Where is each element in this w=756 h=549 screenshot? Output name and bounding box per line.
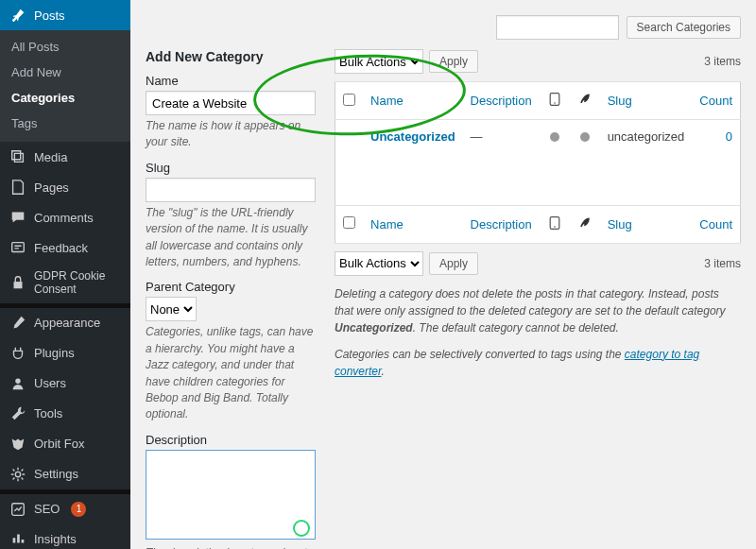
col-desc-foot[interactable]: Description [471, 217, 532, 232]
sidebar-posts-label: Posts [34, 9, 65, 23]
row-name-link[interactable]: Uncategorized [370, 129, 455, 144]
gear-icon [9, 466, 26, 483]
seo-icon [9, 501, 26, 518]
sidebar-item-comments[interactable]: Comments [0, 202, 130, 232]
col-count[interactable]: Count [699, 94, 732, 108]
sidebar-item-feedback[interactable]: Feedback [0, 232, 130, 263]
name-help: The name is how it appears on your site. [146, 118, 316, 151]
items-count-bottom: 3 items [704, 257, 741, 270]
slug-label: Slug [146, 161, 316, 175]
fox-icon [9, 436, 26, 453]
parent-label: Parent Category [146, 280, 316, 294]
sidebar-sub-all-posts[interactable]: All Posts [0, 34, 130, 60]
feedback-icon [9, 239, 26, 256]
sidebar-item-gdpr[interactable]: GDPR Cookie Consent [0, 263, 130, 303]
responsive-toggle-icon-foot [547, 219, 562, 233]
status-dot [550, 132, 559, 142]
description-textarea[interactable] [146, 450, 316, 540]
row-slug: uncategorized [608, 129, 685, 144]
sidebar-item-pages[interactable]: Pages [0, 172, 130, 202]
col-count-foot[interactable]: Count [699, 217, 732, 232]
svg-rect-0 [12, 243, 25, 252]
sidebar-item-seo[interactable]: SEO1 [0, 494, 130, 524]
col-name-foot[interactable]: Name [370, 217, 404, 232]
brush-icon [9, 315, 26, 332]
select-all-top[interactable] [343, 94, 355, 106]
slug-help: The "slug" is the URL-friendly version o… [146, 205, 316, 271]
table-row: Uncategorized — uncategorized 0 [335, 120, 741, 154]
apply-button-bottom[interactable]: Apply [429, 252, 478, 275]
svg-point-9 [554, 226, 556, 228]
name-input[interactable] [146, 91, 316, 115]
desc-help: The description is not prominent by defa… [146, 545, 316, 549]
sidebar-sub-add-new[interactable]: Add New [0, 60, 130, 85]
search-input[interactable] [496, 15, 619, 40]
feather-icon-foot [577, 219, 593, 233]
grammarly-icon [293, 520, 310, 537]
sidebar-item-users[interactable]: Users [0, 369, 130, 399]
sidebar-sub-tags[interactable]: Tags [0, 111, 130, 136]
sidebar-item-posts[interactable]: Posts [0, 0, 130, 30]
desc-label: Description [146, 433, 316, 447]
svg-point-2 [15, 378, 20, 383]
delete-note: Deleting a category does not delete the … [335, 285, 741, 336]
svg-point-3 [15, 472, 20, 476]
convert-note: Categories can be selectively converted … [335, 346, 741, 380]
name-label: Name [146, 74, 316, 88]
responsive-toggle-icon [547, 95, 562, 110]
search-categories-button[interactable]: Search Categories [627, 16, 741, 39]
pin-icon [9, 7, 26, 24]
form-heading: Add New Category [146, 49, 316, 64]
col-name[interactable]: Name [370, 94, 404, 108]
wrench-icon [9, 405, 26, 422]
comments-icon [9, 209, 26, 226]
svg-rect-1 [14, 282, 23, 288]
bulk-actions-select-bottom[interactable]: Bulk Actions [335, 251, 423, 276]
bulk-actions-select-top[interactable]: Bulk Actions [335, 49, 423, 74]
slug-input[interactable] [146, 178, 316, 202]
status-dot-2 [580, 132, 590, 142]
parent-select[interactable]: None [146, 297, 197, 321]
row-desc: — [471, 129, 483, 144]
plug-icon [9, 345, 26, 362]
categories-table: Name Description Slug Count Uncategorize… [335, 81, 741, 244]
col-desc[interactable]: Description [471, 94, 532, 108]
sidebar-item-orbit-fox[interactable]: Orbit Fox [0, 429, 130, 459]
feather-icon [577, 95, 593, 110]
media-icon [9, 148, 26, 165]
svg-point-7 [554, 102, 556, 104]
sidebar-item-settings[interactable]: Settings [0, 459, 130, 489]
apply-button-top[interactable]: Apply [429, 50, 478, 73]
sidebar-item-insights[interactable]: Insights [0, 524, 130, 549]
sidebar-item-appearance[interactable]: Appearance [0, 308, 130, 338]
items-count-top: 3 items [704, 55, 741, 68]
col-slug[interactable]: Slug [608, 94, 632, 108]
sidebar-sub-categories[interactable]: Categories [0, 85, 130, 111]
users-icon [9, 375, 26, 392]
sidebar-item-tools[interactable]: Tools [0, 399, 130, 429]
sidebar-item-plugins[interactable]: Plugins [0, 338, 130, 369]
pages-icon [9, 179, 26, 196]
col-slug-foot[interactable]: Slug [608, 217, 632, 232]
seo-badge: 1 [71, 502, 86, 517]
lock-icon [9, 274, 26, 291]
select-all-bottom[interactable] [343, 216, 355, 229]
parent-help: Categories, unlike tags, can have a hier… [146, 324, 316, 422]
insights-icon [9, 531, 26, 548]
row-count[interactable]: 0 [726, 129, 732, 144]
sidebar-item-media[interactable]: Media [0, 142, 130, 172]
